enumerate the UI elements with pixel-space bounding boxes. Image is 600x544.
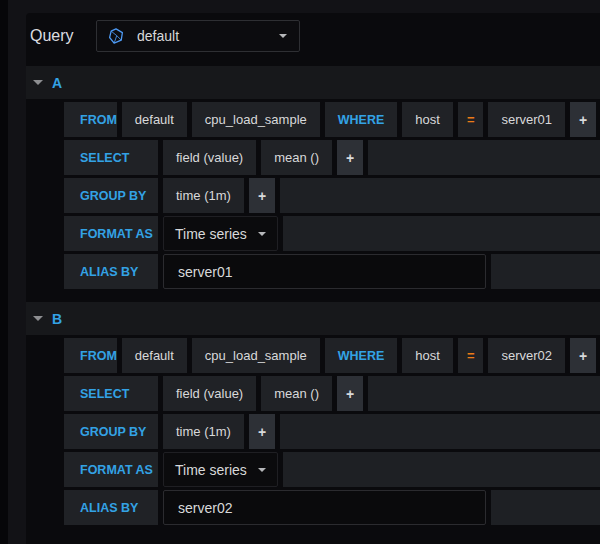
format-as-row: FORMAT AS Time series — [64, 216, 600, 251]
format-as-row: FORMAT AS Time series — [64, 452, 600, 487]
where-label: WHERE — [325, 102, 398, 137]
tag-key-segment[interactable]: host — [402, 102, 453, 137]
row-filler — [368, 376, 600, 411]
operator-segment[interactable]: = — [458, 338, 484, 373]
query-title: Query — [30, 27, 96, 45]
tag-value-segment[interactable]: server02 — [488, 338, 565, 373]
row-filler — [491, 254, 600, 289]
database-icon — [107, 27, 125, 45]
alias-input[interactable] — [163, 490, 486, 525]
aggregation-segment[interactable]: mean () — [261, 140, 332, 175]
alias-by-row: ALIAS BY — [64, 254, 600, 289]
tag-value-segment[interactable]: server01 — [488, 102, 565, 137]
field-segment[interactable]: field (value) — [163, 140, 256, 175]
from-label: FROM — [64, 338, 117, 373]
format-as-select[interactable]: Time series — [163, 216, 278, 251]
row-filler — [491, 490, 600, 525]
chevron-down-icon — [279, 34, 287, 38]
add-condition-button[interactable]: + — [570, 102, 596, 137]
tag-key-segment[interactable]: host — [402, 338, 453, 373]
measurement-segment[interactable]: cpu_load_sample — [192, 338, 320, 373]
query-a-collapse-header[interactable]: A — [26, 66, 600, 99]
aggregation-segment[interactable]: mean () — [261, 376, 332, 411]
chevron-down-icon — [258, 232, 266, 236]
page-left-edge — [0, 0, 8, 544]
database-segment[interactable]: default — [122, 102, 187, 137]
row-filler — [283, 216, 600, 251]
row-filler — [280, 414, 600, 449]
query-b-rows: FROM default cpu_load_sample WHERE host … — [64, 338, 600, 525]
row-filler — [368, 140, 600, 175]
collapse-caret-icon — [33, 316, 43, 321]
alias-by-label: ALIAS BY — [64, 254, 158, 289]
query-section-a: A FROM default cpu_load_sample WHERE hos… — [26, 66, 600, 289]
database-segment[interactable]: default — [122, 338, 187, 373]
alias-by-label: ALIAS BY — [64, 490, 158, 525]
format-as-label: FORMAT AS — [64, 216, 158, 251]
query-a-rows: FROM default cpu_load_sample WHERE host … — [64, 102, 600, 289]
select-label: SELECT — [64, 140, 158, 175]
datasource-value: default — [137, 28, 279, 44]
add-group-by-button[interactable]: + — [249, 178, 275, 213]
format-as-value: Time series — [175, 462, 258, 478]
query-editor-card: Query default A FROM default cpu_load_sa… — [26, 13, 600, 544]
format-as-value: Time series — [175, 226, 258, 242]
alias-by-row: ALIAS BY — [64, 490, 600, 525]
from-label: FROM — [64, 102, 117, 137]
chevron-down-icon — [258, 468, 266, 472]
format-as-select[interactable]: Time series — [163, 452, 278, 487]
query-b-collapse-header[interactable]: B — [26, 302, 600, 335]
add-condition-button[interactable]: + — [570, 338, 596, 373]
alias-input[interactable] — [163, 254, 486, 289]
group-by-row: GROUP BY time (1m) + — [64, 178, 600, 213]
select-row: SELECT field (value) mean () + — [64, 140, 600, 175]
from-row: FROM default cpu_load_sample WHERE host … — [64, 102, 600, 137]
datasource-dropdown[interactable]: default — [96, 20, 300, 52]
where-label: WHERE — [325, 338, 398, 373]
field-segment[interactable]: field (value) — [163, 376, 256, 411]
collapse-caret-icon — [33, 80, 43, 85]
add-group-by-button[interactable]: + — [249, 414, 275, 449]
query-section-b: B FROM default cpu_load_sample WHERE hos… — [26, 302, 600, 525]
format-as-label: FORMAT AS — [64, 452, 158, 487]
row-filler — [283, 452, 600, 487]
operator-segment[interactable]: = — [458, 102, 484, 137]
query-letter: A — [52, 75, 62, 91]
query-letter: B — [52, 311, 62, 327]
group-by-label: GROUP BY — [64, 414, 158, 449]
select-label: SELECT — [64, 376, 158, 411]
interval-segment[interactable]: time (1m) — [163, 414, 244, 449]
query-bar: Query default — [30, 20, 600, 52]
from-row: FROM default cpu_load_sample WHERE host … — [64, 338, 600, 373]
measurement-segment[interactable]: cpu_load_sample — [192, 102, 320, 137]
add-select-button[interactable]: + — [337, 376, 363, 411]
select-row: SELECT field (value) mean () + — [64, 376, 600, 411]
interval-segment[interactable]: time (1m) — [163, 178, 244, 213]
add-select-button[interactable]: + — [337, 140, 363, 175]
row-filler — [280, 178, 600, 213]
group-by-label: GROUP BY — [64, 178, 158, 213]
group-by-row: GROUP BY time (1m) + — [64, 414, 600, 449]
